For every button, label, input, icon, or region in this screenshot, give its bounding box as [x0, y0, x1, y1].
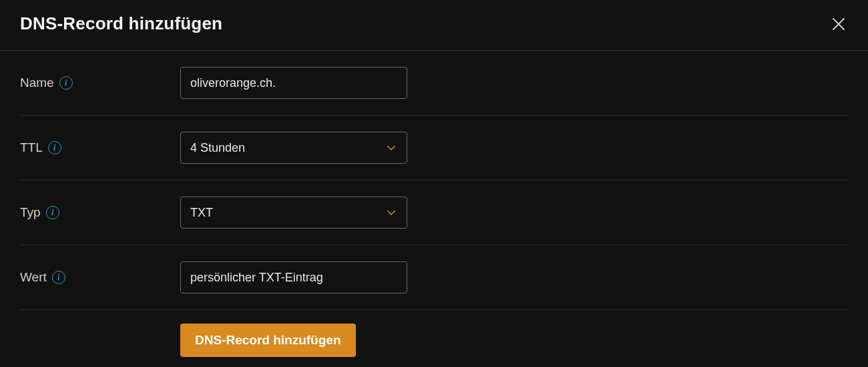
info-icon[interactable]: i	[52, 271, 65, 284]
label-value: Wert i	[20, 270, 180, 285]
form: Name i TTL i 4 Stunden	[0, 51, 868, 357]
row-value: Wert i	[20, 245, 848, 310]
chevron-down-icon	[385, 207, 397, 219]
add-dns-record-dialog: DNS-Record hinzufügen Name i TTL i	[0, 0, 868, 367]
chevron-down-icon	[385, 142, 397, 154]
ttl-select[interactable]: 4 Stunden	[180, 132, 407, 164]
ttl-selected-value: 4 Stunden	[190, 141, 245, 155]
row-ttl: TTL i 4 Stunden	[20, 116, 848, 180]
info-icon[interactable]: i	[46, 206, 59, 219]
info-icon[interactable]: i	[48, 141, 61, 154]
dialog-header: DNS-Record hinzufügen	[0, 0, 868, 51]
label-ttl-text: TTL	[20, 140, 43, 155]
label-name: Name i	[20, 76, 180, 90]
submit-button[interactable]: DNS-Record hinzufügen	[180, 324, 356, 357]
label-name-text: Name	[20, 76, 54, 90]
row-type: Typ i TXT	[20, 180, 848, 245]
label-value-text: Wert	[20, 270, 47, 285]
close-button[interactable]	[829, 15, 848, 33]
value-input[interactable]	[180, 261, 407, 293]
name-input[interactable]	[180, 67, 407, 99]
label-ttl: TTL i	[20, 140, 180, 155]
close-icon	[831, 16, 847, 32]
info-icon[interactable]: i	[59, 76, 73, 90]
label-type-text: Typ	[20, 205, 41, 220]
type-select[interactable]: TXT	[180, 197, 407, 229]
label-type: Typ i	[20, 205, 180, 220]
row-name: Name i	[20, 51, 848, 116]
dialog-title: DNS-Record hinzufügen	[20, 13, 222, 34]
type-selected-value: TXT	[190, 206, 213, 220]
actions: DNS-Record hinzufügen	[20, 310, 848, 357]
